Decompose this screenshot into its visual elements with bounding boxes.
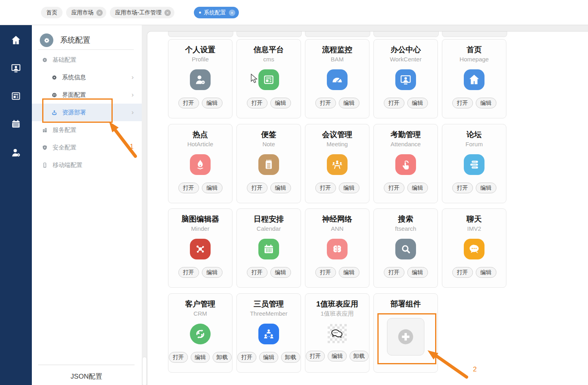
breadcrumb-tab-2[interactable]: 应用市场×	[66, 7, 106, 18]
card-button-打开[interactable]: 打开	[178, 98, 199, 108]
card-actions: 打开编辑	[237, 267, 301, 278]
card-button-编辑[interactable]: 编辑	[202, 267, 223, 278]
card-actions: 打开编辑	[168, 267, 232, 278]
panel-scrollbar	[142, 25, 147, 385]
rail-monitor-user-icon[interactable]	[10, 62, 22, 74]
rail-news-icon[interactable]	[10, 90, 22, 102]
forum-icon	[464, 154, 484, 175]
card-button-编辑[interactable]: 编辑	[259, 352, 278, 363]
close-icon[interactable]: ×	[96, 10, 103, 16]
card-button-编辑[interactable]: 编辑	[407, 267, 428, 278]
card-title: 部署组件	[374, 299, 438, 309]
card-subtitle: ThreeMember	[237, 310, 301, 317]
rail-calendar-icon[interactable]	[10, 118, 22, 130]
breadcrumb-tab-1[interactable]: 首页	[41, 7, 63, 18]
card-subtitle: ftsearch	[374, 225, 438, 232]
close-icon[interactable]: ×	[229, 10, 235, 16]
card-button-卸载[interactable]: 卸载	[281, 352, 300, 363]
card-button-打开[interactable]: 打开	[247, 183, 268, 193]
card-button-打开[interactable]: 打开	[452, 183, 473, 193]
card-button-打开[interactable]: 打开	[247, 267, 268, 278]
card-button-打开[interactable]: 打开	[384, 98, 404, 108]
card-button-打开[interactable]: 打开	[315, 183, 336, 193]
breadcrumb-tab-4[interactable]: 系统配置×	[194, 7, 239, 18]
sidebar-item-7[interactable]: 移动端配置	[32, 156, 142, 174]
card-button-打开[interactable]: 打开	[315, 267, 336, 278]
card-button-编辑[interactable]: 编辑	[270, 267, 291, 278]
card-button-打开[interactable]: 打开	[384, 267, 404, 278]
card-button-打开[interactable]: 打开	[237, 352, 256, 363]
card-actions: 打开编辑	[237, 183, 301, 193]
card-button-编辑[interactable]: 编辑	[339, 98, 359, 108]
card-actions: 打开编辑卸载	[237, 352, 301, 363]
app-card-Attendance: 考勤管理Attendance打开编辑	[373, 124, 438, 203]
card-button-打开[interactable]: 打开	[169, 352, 188, 363]
note-icon	[258, 154, 279, 175]
scrollbar-thumb[interactable]	[142, 357, 147, 385]
card-actions: 打开编辑	[305, 98, 369, 108]
gauge-icon	[327, 69, 348, 90]
card-button-编辑[interactable]: 编辑	[202, 183, 223, 193]
sidebar-item-5[interactable]: 服务配置	[32, 121, 142, 139]
rail-home-icon[interactable]	[10, 34, 22, 46]
card-button-打开[interactable]: 打开	[315, 98, 336, 108]
flame-icon	[190, 154, 211, 175]
sidebar-item-4[interactable]: 资源部署›	[32, 104, 142, 121]
card-button-编辑[interactable]: 编辑	[339, 267, 359, 278]
card-button-编辑[interactable]: 编辑	[191, 352, 210, 363]
json-config-button[interactable]: JSON配置	[70, 373, 102, 380]
card-button-编辑[interactable]: 编辑	[407, 98, 428, 108]
app-card-BAM: 流程监控BAM打开编辑	[305, 39, 369, 118]
partial-card-stub	[236, 31, 302, 37]
card-button-打开[interactable]: 打开	[452, 267, 473, 278]
breadcrumb-tabs: 首页应用市场×应用市场-工作管理×系统配置×	[41, 7, 239, 18]
card-button-编辑[interactable]: 编辑	[476, 183, 496, 193]
card-button-编辑[interactable]: 编辑	[407, 183, 428, 193]
top-bar: 首页应用市场×应用市场-工作管理×系统配置×	[0, 0, 588, 25]
card-actions: 打开编辑	[374, 98, 438, 108]
card-button-打开[interactable]: 打开	[178, 267, 199, 278]
card-button-打开[interactable]: 打开	[247, 98, 268, 108]
card-button-打开[interactable]: 打开	[306, 351, 325, 361]
sidebar-item-2[interactable]: 系统信息›	[32, 69, 142, 86]
card-actions: 打开编辑	[305, 183, 369, 193]
partial-card-stub	[168, 31, 233, 37]
palette-icon	[51, 92, 58, 98]
card-button-卸载[interactable]: 卸载	[213, 352, 232, 363]
panel-footer: JSON配置	[38, 365, 135, 381]
card-button-编辑[interactable]: 编辑	[270, 183, 291, 193]
sidebar-item-1[interactable]: 基础配置	[32, 51, 142, 69]
app-card-Note: 便签Note打开编辑	[236, 124, 301, 203]
card-actions: 打开编辑卸载	[305, 351, 369, 361]
rail-user-gear-icon[interactable]	[10, 147, 22, 159]
card-subtitle: Forum	[442, 141, 506, 148]
app-card-1: 1值班表应用1值班表应用打开编辑卸载	[305, 293, 369, 373]
card-button-编辑[interactable]: 编辑	[270, 98, 291, 108]
card-subtitle: WorkCenter	[374, 56, 438, 63]
card-button-打开[interactable]: 打开	[452, 98, 473, 108]
sidebar-item-3[interactable]: 界面配置›	[32, 86, 142, 104]
app-card-WorkCenter: 办公中心WorkCenter打开编辑	[373, 39, 438, 118]
app-card-Forum: 论坛Forum打开编辑	[442, 124, 506, 203]
breadcrumb-tab-3[interactable]: 应用市场-工作管理×	[110, 7, 174, 18]
card-subtitle: cms	[237, 56, 301, 63]
card-button-打开[interactable]: 打开	[178, 183, 199, 193]
card-button-打开[interactable]: 打开	[384, 183, 404, 193]
card-button-编辑[interactable]: 编辑	[476, 98, 496, 108]
app-card-ftsearch: 搜索ftsearch打开编辑	[373, 208, 438, 288]
card-button-编辑[interactable]: 编辑	[339, 183, 359, 193]
chat-icon	[464, 239, 484, 259]
card-button-编辑[interactable]: 编辑	[476, 267, 496, 278]
card-title: 搜索	[374, 214, 438, 224]
card-subtitle: Note	[237, 141, 301, 148]
card-button-卸载[interactable]: 卸载	[350, 351, 369, 361]
card-button-编辑[interactable]: 编辑	[328, 351, 347, 361]
sidebar-item-6[interactable]: 安全配置	[32, 139, 142, 156]
app-card-ANN: 神经网络ANN打开编辑	[305, 208, 369, 288]
deploy-component-button[interactable]	[387, 318, 424, 356]
gear-icon	[51, 74, 58, 81]
close-icon[interactable]: ×	[164, 10, 171, 16]
card-button-编辑[interactable]: 编辑	[202, 98, 223, 108]
card-actions: 打开编辑	[442, 267, 506, 278]
meeting-icon	[327, 154, 348, 175]
